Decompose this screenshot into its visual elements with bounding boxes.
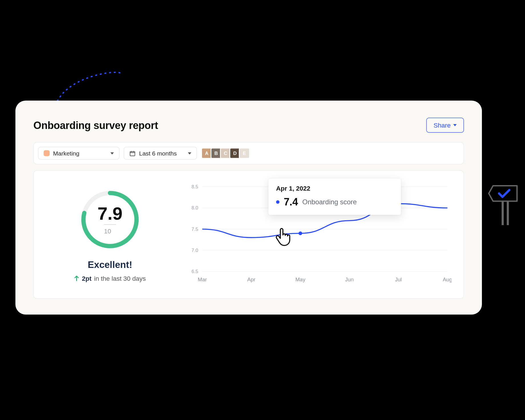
segment-label: Marketing (53, 150, 79, 157)
signpost-check-icon (487, 183, 521, 230)
gauge-section: 7.9 10 Excellent! 2pt in the last 30 day… (46, 181, 174, 288)
svg-text:Apr: Apr (247, 276, 255, 282)
svg-text:6.5: 6.5 (191, 269, 198, 274)
svg-rect-20 (507, 201, 509, 225)
svg-text:Jul: Jul (395, 276, 402, 282)
svg-text:Jun: Jun (345, 276, 354, 282)
svg-text:Mar: Mar (198, 276, 207, 282)
svg-text:Aug: Aug (443, 276, 452, 282)
segment-dropdown[interactable]: Marketing (38, 147, 120, 160)
caret-down-icon (453, 124, 457, 126)
card-header: Onboarding survey report Share (33, 118, 464, 133)
svg-text:7.5: 7.5 (191, 227, 198, 232)
filter-bar: Marketing Last 6 months ABCDE (33, 142, 464, 164)
caret-down-icon (188, 152, 191, 154)
delta-value: 2pt (82, 274, 92, 282)
segment-swatch (44, 150, 50, 156)
page-title: Onboarding survey report (33, 119, 158, 131)
gauge-rating: Excellent! (88, 259, 132, 270)
svg-text:May: May (295, 276, 306, 282)
score-gauge: 7.9 10 (78, 187, 142, 251)
tooltip-series-label: Onboarding score (302, 198, 357, 206)
metrics-panel: 7.9 10 Excellent! 2pt in the last 30 day… (33, 170, 464, 299)
tooltip-date: Apr 1, 2022 (276, 185, 393, 192)
chart-tooltip: Apr 1, 2022 7.4 Onboarding score (268, 179, 401, 215)
line-chart[interactable]: 6.57.07.58.08.5MarAprMayJunJulAug Apr 1,… (183, 181, 452, 288)
svg-text:7.0: 7.0 (191, 248, 198, 253)
period-label: Last 6 months (139, 150, 177, 157)
avatar: E (239, 148, 250, 159)
caret-down-icon (110, 152, 114, 154)
svg-rect-19 (502, 201, 504, 225)
avatar-stack[interactable]: ABCDE (201, 148, 250, 159)
gauge-score-value: 7.9 (98, 204, 123, 222)
arrow-up-icon (74, 275, 79, 281)
delta-caption: in the last 30 days (94, 274, 146, 282)
period-dropdown[interactable]: Last 6 months (124, 147, 197, 160)
series-dot-icon (276, 200, 280, 204)
svg-point-18 (298, 231, 302, 235)
delta-row: 2pt in the last 30 days (74, 274, 146, 282)
svg-text:8.0: 8.0 (191, 205, 198, 211)
svg-text:8.5: 8.5 (191, 184, 198, 189)
gauge-max-value: 10 (104, 224, 116, 234)
report-card: Onboarding survey report Share Marketing… (15, 101, 482, 315)
pointer-hand-icon (274, 227, 294, 248)
share-button[interactable]: Share (426, 118, 464, 133)
share-button-label: Share (433, 122, 451, 129)
calendar-icon (129, 150, 136, 157)
tooltip-value: 7.4 (284, 196, 298, 208)
svg-rect-0 (130, 151, 135, 156)
